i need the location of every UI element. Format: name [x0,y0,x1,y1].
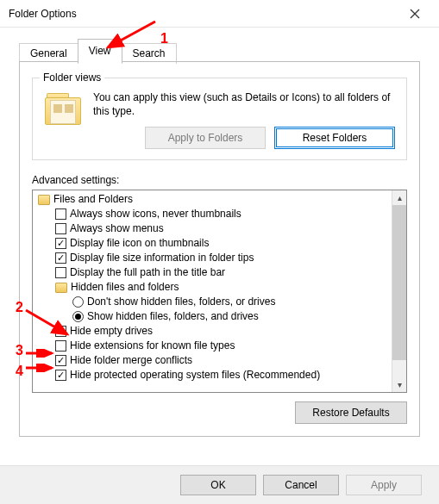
tree-label: Files and Folders [53,192,133,207]
restore-defaults-button[interactable]: Restore Defaults [295,401,407,424]
tree-item-label: Display file size information in folder … [70,251,254,265]
tab-strip: General View Search [0,28,439,62]
tree-item[interactable]: Hide folder merge conflicts [34,353,390,368]
scroll-down-icon[interactable]: ▾ [392,377,406,392]
tree-item-label: Display file icon on thumbnails [70,236,209,251]
checkbox[interactable] [55,238,66,249]
tree-item[interactable]: Display file size information in folder … [34,251,390,265]
tree-item[interactable]: Display file icon on thumbnails [34,236,390,251]
tree-item[interactable]: Show hidden files, folders, and drives [34,309,390,324]
checkbox[interactable] [55,208,66,220]
checkbox[interactable] [55,252,66,264]
tree-item[interactable]: Don't show hidden files, folders, or dri… [34,295,390,309]
tab-view[interactable]: View [78,39,122,63]
close-icon [410,9,420,19]
folder-icon [38,195,50,205]
scroll-thumb[interactable] [392,205,406,360]
dialog-button-bar: OK Cancel Apply [0,465,439,504]
checkbox[interactable] [55,223,66,234]
checkbox[interactable] [55,355,66,366]
radio[interactable] [72,296,84,308]
checkbox[interactable] [55,340,66,352]
titlebar: Folder Options [0,0,439,28]
tree-item-label: Always show icons, never thumbnails [70,207,241,221]
checkbox[interactable] [55,267,66,278]
folder-views-icon [41,90,83,132]
apply-to-folders-button: Apply to Folders [145,127,266,149]
advanced-settings-tree[interactable]: Files and FoldersAlways show icons, neve… [32,190,407,393]
tree-item-label: Hide extensions for known file types [70,339,235,353]
tree-item[interactable]: Always show menus [34,221,390,236]
tree-item[interactable]: Hidden files and folders [34,280,390,295]
folder-icon [55,283,67,293]
radio[interactable] [72,311,84,322]
ok-button[interactable]: OK [180,475,256,495]
cancel-button[interactable]: Cancel [263,475,339,495]
reset-folders-button[interactable]: Reset Folders [274,127,395,149]
folder-views-group: Folder views You can apply this view (su… [32,78,407,160]
scroll-up-icon[interactable]: ▴ [392,190,406,205]
tree-item-label: Always show menus [70,221,164,236]
tree-item-label: Don't show hidden files, folders, or dri… [87,295,275,309]
advanced-settings-label: Advanced settings: [32,174,407,186]
tree-item[interactable]: Hide extensions for known file types [34,339,390,353]
scrollbar[interactable]: ▴ ▾ [392,190,406,392]
tree-item-label: Hide empty drives [70,324,153,339]
folder-views-label: Folder views [40,72,104,84]
tab-content-view: Folder views You can apply this view (su… [19,62,420,437]
tree-item[interactable]: Hide protected operating system files (R… [34,368,390,383]
apply-button: Apply [346,475,422,495]
checkbox[interactable] [55,326,66,337]
tree-item-label: Hide protected operating system files (R… [70,368,320,383]
tree-item-label: Hidden files and folders [71,280,179,295]
checkbox[interactable] [55,370,66,381]
close-button[interactable] [398,2,432,26]
tree-item-label: Show hidden files, folders, and drives [87,309,259,324]
tree-item-label: Display the full path in the title bar [70,265,225,280]
tree-item[interactable]: Always show icons, never thumbnails [34,207,390,221]
tree-item[interactable]: Display the full path in the title bar [34,265,390,280]
tree-item[interactable]: Hide empty drives [34,324,390,339]
tree-item-label: Hide folder merge conflicts [70,353,192,368]
tree-root[interactable]: Files and Folders [34,192,390,207]
window-title: Folder Options [9,8,77,20]
folder-views-description: You can apply this view (such as Details… [93,90,398,118]
